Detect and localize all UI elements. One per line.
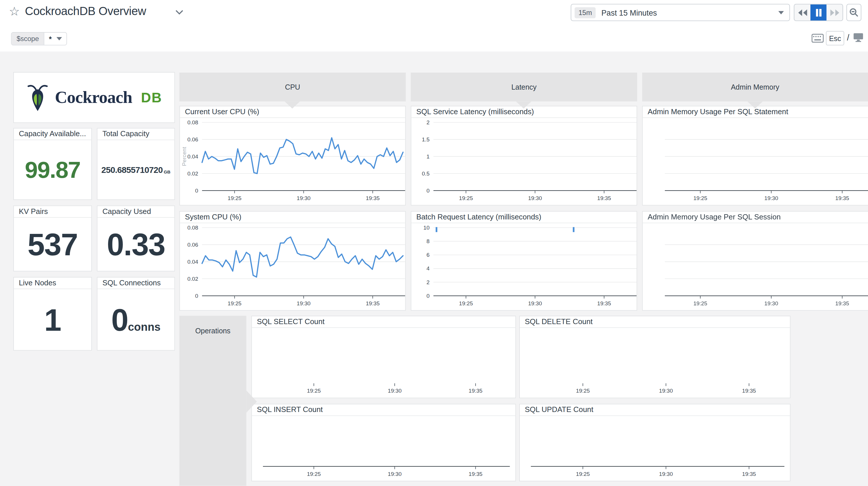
chart-card-sql-insert-count: SQL INSERT Count 19:2519:3019:35 — [251, 404, 516, 481]
group-header-cpu[interactable]: CPU — [180, 73, 406, 102]
svg-text:19:25: 19:25 — [693, 301, 707, 307]
time-forward-button[interactable] — [827, 4, 843, 21]
stat-value-kv-pairs: 537 — [27, 226, 78, 262]
zoom-out-button[interactable] — [846, 4, 861, 21]
svg-text:19:30: 19:30 — [297, 301, 311, 307]
chart-title: Admin Memory Usage Per SQL Session — [643, 211, 868, 223]
svg-text:19:30: 19:30 — [297, 195, 311, 201]
svg-text:2: 2 — [427, 279, 430, 285]
time-pause-button[interactable] — [810, 4, 827, 21]
chart-plot-batch-request-latency[interactable]: 024681019:2519:3019:35 — [411, 223, 637, 310]
svg-text:8: 8 — [427, 238, 430, 244]
svg-text:19:35: 19:35 — [597, 301, 611, 307]
svg-text:1: 1 — [427, 153, 430, 160]
fullscreen-monitor-icon[interactable] — [853, 33, 863, 42]
group-notch-operations — [246, 391, 257, 413]
group-header-admin-memory[interactable]: Admin Memory — [642, 73, 868, 102]
svg-text:19:30: 19:30 — [528, 195, 542, 201]
stat-card-capacity-used: Capacity Used 0.33 — [97, 205, 175, 271]
logo-db-text: DB — [141, 89, 162, 106]
svg-text:6: 6 — [427, 252, 430, 258]
chart-card-batch-request-latency: Batch Request Latency (milliseconds) 024… — [411, 211, 638, 311]
chart-plot-admin-memory-per-statement[interactable]: 19:2519:3019:35 — [643, 118, 868, 205]
slash-shortcut-label: / — [847, 33, 849, 42]
time-playback-controls — [794, 4, 843, 21]
chart-card-system-cpu: System CPU (%) 00.020.040.060.0819:2519:… — [180, 211, 406, 311]
svg-text:0.08: 0.08 — [188, 225, 198, 231]
cockroach-bug-icon — [26, 83, 49, 112]
time-range-caret-icon — [778, 11, 784, 14]
svg-text:19:35: 19:35 — [597, 195, 611, 201]
stat-unit-gb: GB — [164, 169, 170, 174]
chart-title: System CPU (%) — [180, 211, 405, 223]
title-chevron-down-icon[interactable] — [175, 9, 184, 15]
chart-card-sql-update-count: SQL UPDATE Count 19:2519:3019:35 — [519, 404, 790, 481]
favorite-star-icon[interactable]: ☆ — [9, 5, 20, 18]
chart-card-sql-service-latency: SQL Service Latency (milliseconds) 00.51… — [411, 106, 638, 205]
svg-text:10: 10 — [423, 225, 429, 231]
template-variable-scope[interactable]: $scope * — [11, 32, 67, 46]
dashboard-root: ☆ CockroachDB Overview 15m Past 15 Minut… — [0, 0, 868, 486]
svg-text:19:25: 19:25 — [459, 195, 473, 201]
svg-text:19:35: 19:35 — [366, 195, 380, 201]
zoom-out-icon — [849, 8, 859, 17]
chart-plot-system-cpu[interactable]: 00.020.040.060.0819:2519:3019:35 — [180, 223, 405, 310]
group-label-operations: Operations — [195, 327, 230, 335]
svg-text:Percent: Percent — [181, 147, 187, 166]
esc-key-button[interactable]: Esc — [826, 31, 844, 46]
chart-plot-current-user-cpu[interactable]: 00.020.040.060.0819:2519:3019:35Percent — [180, 118, 405, 205]
svg-text:19:35: 19:35 — [469, 388, 483, 394]
svg-text:0.02: 0.02 — [188, 171, 198, 177]
svg-text:19:25: 19:25 — [459, 301, 473, 307]
stat-title: Capacity Used — [97, 206, 174, 218]
keyboard-icon[interactable] — [812, 34, 824, 43]
svg-text:19:35: 19:35 — [469, 471, 483, 477]
chart-plot-sql-insert-count[interactable]: 19:2519:3019:35 — [252, 416, 516, 481]
group-label-cpu: CPU — [285, 83, 300, 91]
svg-text:0.02: 0.02 — [188, 276, 198, 282]
svg-text:19:30: 19:30 — [388, 388, 402, 394]
chart-plot-sql-delete-count[interactable]: 19:2519:3019:35 — [520, 328, 790, 398]
stat-value-capacity-available: 99.87 — [25, 156, 80, 183]
group-header-operations[interactable]: Operations — [180, 316, 246, 486]
svg-text:19:30: 19:30 — [764, 195, 778, 201]
svg-text:19:25: 19:25 — [576, 471, 590, 477]
chart-plot-admin-memory-per-session[interactable]: 19:2519:3019:35 — [643, 223, 868, 310]
svg-text:1.5: 1.5 — [422, 137, 430, 143]
chart-title: SQL UPDATE Count — [520, 404, 790, 416]
group-label-admin-memory: Admin Memory — [731, 83, 779, 91]
time-range-badge: 15m — [575, 7, 596, 18]
svg-text:0: 0 — [195, 188, 198, 194]
time-range-label: Past 15 Minutes — [601, 8, 778, 17]
stat-title: Total Capacity — [97, 128, 174, 140]
group-notch-admin-memory — [747, 102, 763, 109]
rewind-icon — [798, 9, 807, 17]
svg-text:0: 0 — [427, 293, 430, 299]
page-title: CockroachDB Overview — [25, 4, 146, 18]
stat-title: SQL Connections — [97, 278, 174, 289]
svg-text:19:30: 19:30 — [764, 301, 778, 307]
svg-text:0.04: 0.04 — [188, 259, 198, 265]
svg-text:0.06: 0.06 — [188, 137, 198, 143]
group-label-latency: Latency — [512, 83, 536, 91]
stat-unit-conns: conns — [128, 320, 161, 333]
chart-card-sql-delete-count: SQL DELETE Count 19:2519:3019:35 — [519, 316, 790, 398]
stat-card-sql-connections: SQL Connections 0conns — [97, 277, 175, 351]
chart-plot-sql-update-count[interactable]: 19:2519:3019:35 — [520, 416, 790, 481]
chart-plot-sql-service-latency[interactable]: 00.511.5219:2519:3019:35 — [411, 118, 637, 205]
chart-plot-sql-select-count[interactable]: 19:2519:3019:35 — [252, 328, 516, 398]
svg-text:19:30: 19:30 — [659, 388, 673, 394]
time-range-selector[interactable]: 15m Past 15 Minutes — [571, 4, 790, 21]
svg-text:19:30: 19:30 — [528, 301, 542, 307]
esc-key-label: Esc — [829, 34, 841, 42]
group-header-latency[interactable]: Latency — [411, 73, 638, 102]
svg-text:19:35: 19:35 — [742, 388, 756, 394]
svg-text:0.5: 0.5 — [422, 171, 430, 177]
svg-text:19:25: 19:25 — [228, 195, 242, 201]
chart-card-admin-memory-per-session: Admin Memory Usage Per SQL Session 19:25… — [642, 211, 868, 311]
chart-title: SQL SELECT Count — [252, 316, 516, 328]
scope-caret-icon — [57, 37, 62, 40]
svg-text:0.04: 0.04 — [188, 153, 198, 160]
svg-text:0.08: 0.08 — [188, 119, 198, 125]
time-rewind-button[interactable] — [794, 4, 810, 21]
